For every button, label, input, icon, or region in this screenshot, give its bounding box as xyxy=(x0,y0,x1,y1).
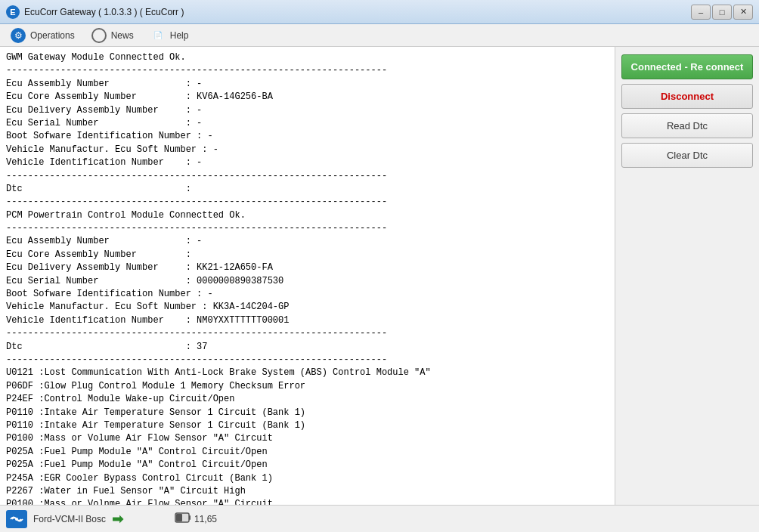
title-bar: E EcuCorr Gateway ( 1.0.3.3 ) ( EcuCorr … xyxy=(0,0,759,24)
clear-dtc-button[interactable]: Clear Dtc xyxy=(621,143,753,168)
battery-icon xyxy=(175,512,191,527)
help-label: Help xyxy=(170,30,189,41)
log-line: GWM Gateway Module Connectted Ok. xyxy=(6,51,609,64)
log-line: Boot Sofware Identification Number : - xyxy=(6,288,609,301)
log-line: PCM Powertrain Control Module Connectted… xyxy=(6,209,609,222)
menu-operations[interactable]: ⚙ Operations xyxy=(3,26,82,45)
menu-bar: ⚙ Operations News 📄 Help xyxy=(0,24,759,47)
log-line: P24EF :Control Module Wake-up Circuit/Op… xyxy=(6,393,609,406)
read-dtc-button[interactable]: Read Dtc xyxy=(621,113,753,138)
maximize-button[interactable]: □ xyxy=(712,5,732,20)
log-line: P0100 :Mass or Volnme Air Flow Sensor "A… xyxy=(6,498,609,505)
log-line: Vehicle Manufactur. Ecu Soft Number : KK… xyxy=(6,301,609,314)
log-area[interactable]: GWM Gateway Module Connectted Ok.-------… xyxy=(0,47,615,505)
log-line: Ecu Assembly Number : - xyxy=(6,235,609,248)
log-line: Vehicle Identification Number : - xyxy=(6,156,609,169)
log-line: Ecu Assembly Number : - xyxy=(6,78,609,91)
log-line: Ecu Delivery Assembly Number : - xyxy=(6,104,609,117)
app-icon: E xyxy=(6,5,20,19)
operations-label: Operations xyxy=(30,30,75,41)
window-controls: – □ ✕ xyxy=(691,5,753,20)
news-icon xyxy=(91,28,107,43)
menu-help[interactable]: 📄 Help xyxy=(143,26,197,45)
main-container: GWM Gateway Module Connectted Ok.-------… xyxy=(0,47,759,505)
connected-reconnect-button[interactable]: Connected - Re connect xyxy=(621,54,753,79)
operations-icon: ⚙ xyxy=(11,28,26,43)
log-line: Ecu Serial Number : 0000000890387530 xyxy=(6,275,609,288)
log-line: U0121 :Lost Communication With Anti-Lock… xyxy=(6,367,609,379)
log-line: Dtc : xyxy=(6,183,609,196)
log-line: Ecu Core Assembly Number : KV6A-14G256-B… xyxy=(6,91,609,104)
svg-rect-2 xyxy=(176,514,182,521)
log-line: P06DF :Glow Plug Control Module 1 Memory… xyxy=(6,380,609,393)
menu-news[interactable]: News xyxy=(84,26,141,45)
log-line: ----------------------------------------… xyxy=(6,64,609,77)
disconnect-button[interactable]: Disconnect xyxy=(621,84,753,109)
log-line: Ecu Delivery Assembly Number : KK21-12A6… xyxy=(6,261,609,274)
arrow-icon: ➡ xyxy=(112,511,123,527)
log-line: P025A :Fuel Pump Module "A" Control Circ… xyxy=(6,446,609,459)
svg-rect-3 xyxy=(189,515,191,520)
news-label: News xyxy=(111,30,134,41)
voltage-value: 11,65 xyxy=(194,514,217,524)
log-line: ----------------------------------------… xyxy=(6,196,609,209)
log-line: Ecu Core Assembly Number : xyxy=(6,249,609,261)
close-button[interactable]: ✕ xyxy=(733,5,753,20)
svg-point-0 xyxy=(15,518,18,521)
log-line: ----------------------------------------… xyxy=(6,327,609,340)
log-line: P025A :Fuel Pump Module "A" Control Circ… xyxy=(6,459,609,472)
window-title: EcuCorr Gateway ( 1.0.3.3 ) ( EcuCorr ) xyxy=(24,7,691,17)
log-line: ----------------------------------------… xyxy=(6,170,609,183)
status-bar: Ford-VCM-II Bosc ➡ 11,65 ⁢ xyxy=(0,505,759,532)
log-line: P0110 :Intake Air Temperature Sensor 1 C… xyxy=(6,407,609,419)
device-label: Ford-VCM-II Bosc xyxy=(33,514,106,524)
log-line: Boot Sofware Identification Number : - xyxy=(6,130,609,143)
log-line: Dtc : 37 xyxy=(6,341,609,354)
log-line: P245A :EGR Cooler Bypass Control Circuit… xyxy=(6,472,609,485)
help-icon: 📄 xyxy=(150,28,166,43)
battery-section: 11,65 xyxy=(175,512,217,527)
log-line: Vehicle Manufactur. Ecu Soft Number : - xyxy=(6,144,609,156)
log-line: Vehicle Identification Number : NM0YXXTT… xyxy=(6,314,609,327)
log-line: P2267 :Water in Fuel Sensor "A" Circuit … xyxy=(6,485,609,498)
right-panel: Connected - Re connect Disconnect Read D… xyxy=(615,47,759,505)
log-line: ----------------------------------------… xyxy=(6,222,609,235)
log-line: ----------------------------------------… xyxy=(6,354,609,367)
minimize-button[interactable]: – xyxy=(691,5,711,20)
log-line: P0100 :Mass or Volume Air Flow Sensor "A… xyxy=(6,432,609,445)
log-line: Ecu Serial Number : - xyxy=(6,117,609,130)
log-line: P0110 :Intake Air Temperature Sensor 1 C… xyxy=(6,419,609,432)
device-icon xyxy=(6,510,27,528)
